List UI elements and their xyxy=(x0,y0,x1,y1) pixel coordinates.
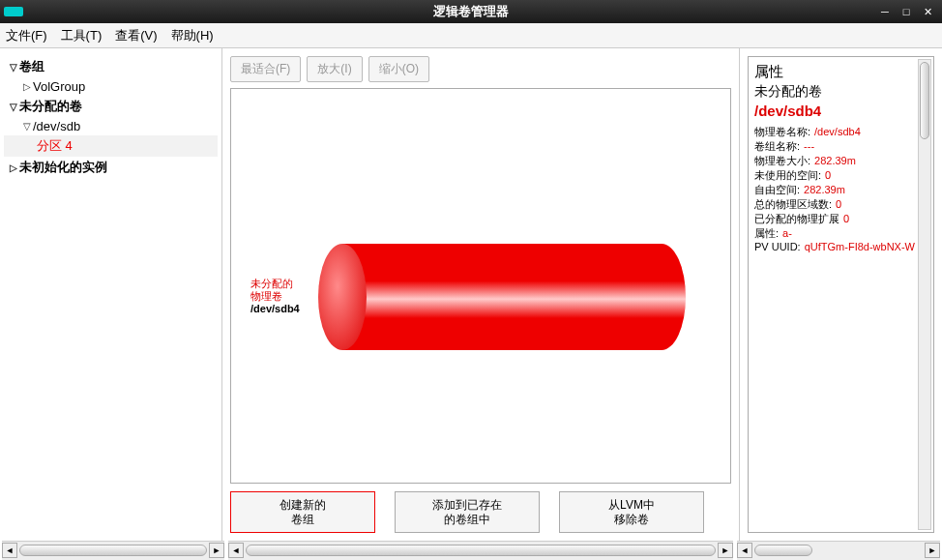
property-row: 未使用的空间:0 xyxy=(754,168,927,183)
scroll-left-icon[interactable]: ◄ xyxy=(228,543,244,558)
property-row: 属性:a- xyxy=(754,226,927,241)
tree-uninitialized[interactable]: ▷未初始化的实例 xyxy=(4,157,218,178)
bestfit-button[interactable]: 最适合(F) xyxy=(230,56,301,82)
scroll-right-icon[interactable]: ► xyxy=(925,543,940,558)
property-row: PV UUID:qUfTGm-FI8d-wbNX-W xyxy=(754,241,927,252)
remove-from-lvm-button[interactable]: 从LVM中移除卷 xyxy=(559,491,704,533)
properties-subtitle: 未分配的卷 xyxy=(754,83,927,101)
menu-view[interactable]: 查看(V) xyxy=(115,27,157,44)
property-row: 物理卷大小:282.39m xyxy=(754,154,927,168)
minimize-button[interactable]: ─ xyxy=(876,5,894,18)
scroll-left-icon[interactable]: ◄ xyxy=(2,543,17,558)
property-row: 卷组名称:--- xyxy=(754,139,927,154)
menu-file[interactable]: 文件(F) xyxy=(6,27,47,44)
titlebar: 逻辑卷管理器 ─ □ ✕ xyxy=(0,0,942,23)
property-row: 已分配的物理扩展0 xyxy=(754,212,927,226)
volume-cylinder-icon xyxy=(318,244,686,350)
sidebar-hscroll[interactable]: ◄ ► xyxy=(2,541,224,560)
add-to-vg-button[interactable]: 添加到已存在的卷组中 xyxy=(395,491,540,533)
cylinder-label: 未分配的 物理卷 /dev/sdb4 xyxy=(250,278,300,316)
close-button[interactable]: ✕ xyxy=(919,5,936,18)
right-hscroll[interactable]: ◄ ► xyxy=(737,541,940,560)
tree-dev-sdb[interactable]: ▽/dev/sdb xyxy=(4,117,218,135)
maximize-button[interactable]: □ xyxy=(898,5,915,18)
property-row: 物理卷名称:/dev/sdb4 xyxy=(754,125,927,139)
triangle-down-icon: ▽ xyxy=(21,121,33,132)
tree-volgroup[interactable]: ▷VolGroup xyxy=(4,77,218,96)
create-new-vg-button[interactable]: 创建新的卷组 xyxy=(230,491,375,533)
zoomout-button[interactable]: 缩小(O) xyxy=(368,56,429,82)
volume-canvas: 未分配的 物理卷 /dev/sdb4 xyxy=(230,88,731,484)
triangle-down-icon: ▽ xyxy=(8,102,19,112)
triangle-right-icon: ▷ xyxy=(8,162,19,173)
menubar: 文件(F) 工具(T) 查看(V) 帮助(H) xyxy=(0,23,942,48)
menu-tools[interactable]: 工具(T) xyxy=(61,27,103,44)
zoomin-button[interactable]: 放大(I) xyxy=(307,56,362,82)
sidebar-tree: ▽卷组 ▷VolGroup ▽未分配的卷 ▽/dev/sdb 分区 4 ▷未初始… xyxy=(0,48,222,541)
properties-device: /dev/sdb4 xyxy=(754,103,927,119)
tree-unallocated[interactable]: ▽未分配的卷 xyxy=(4,96,218,117)
property-row: 总的物理区域数:0 xyxy=(754,197,927,212)
tree-partition-4[interactable]: 分区 4 xyxy=(4,135,218,157)
window-handle-icon xyxy=(4,7,23,16)
window-title: 逻辑卷管理器 xyxy=(433,3,509,20)
property-row: 自由空间:282.39m xyxy=(754,183,927,197)
triangle-right-icon: ▷ xyxy=(21,81,33,92)
center-hscroll[interactable]: ◄ ► xyxy=(228,541,733,560)
menu-help[interactable]: 帮助(H) xyxy=(171,27,214,44)
scroll-left-icon[interactable]: ◄ xyxy=(737,543,752,558)
properties-panel: 属性 未分配的卷 /dev/sdb4 物理卷名称:/dev/sdb4卷组名称:-… xyxy=(739,48,942,541)
properties-scrollbar[interactable] xyxy=(918,59,931,530)
tree-volume-groups[interactable]: ▽卷组 xyxy=(4,56,218,77)
properties-title: 属性 xyxy=(754,63,927,81)
scroll-right-icon[interactable]: ► xyxy=(718,543,733,558)
triangle-down-icon: ▽ xyxy=(8,62,19,73)
scroll-right-icon[interactable]: ► xyxy=(209,543,224,558)
